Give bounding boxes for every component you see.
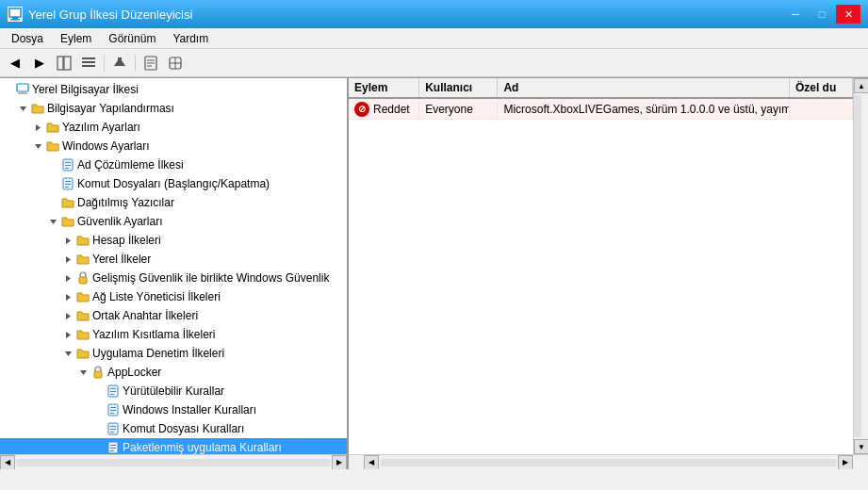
tree-item-yuru[interactable]: Yürütülebilir Kurallar — [0, 382, 347, 400]
tree-expand-ad — [45, 157, 60, 172]
toolbar-sep2 — [135, 55, 136, 72]
right-hscroll-left[interactable]: ◀ — [364, 455, 379, 470]
svg-rect-7 — [82, 65, 95, 67]
tree-item-ad[interactable]: Ad Çözümleme İlkesi — [0, 155, 347, 174]
menu-yardim[interactable]: Yardım — [165, 30, 216, 47]
maximize-button[interactable]: □ — [810, 5, 834, 24]
close-button[interactable]: ✕ — [836, 5, 860, 24]
tree-expand-hesap[interactable] — [60, 233, 75, 248]
tree-expand-uygulama[interactable] — [60, 346, 75, 361]
tree-item-bilgisayar[interactable]: Bilgisayar Yapılandırması — [0, 99, 347, 118]
minimize-button[interactable]: ─ — [783, 5, 808, 24]
show-hide-tree-button[interactable] — [53, 52, 75, 74]
help-button[interactable] — [164, 52, 187, 74]
svg-rect-48 — [110, 410, 116, 411]
svg-marker-33 — [66, 256, 71, 263]
svg-rect-19 — [18, 93, 27, 95]
tree-item-windows[interactable]: Windows Ayarları — [0, 137, 347, 155]
right-hscroll[interactable]: ◀ ▶ — [349, 454, 868, 469]
tree-item-wininstaller[interactable]: Windows Installer Kuralları — [0, 400, 347, 419]
vscroll-up[interactable]: ▲ — [854, 78, 868, 93]
tree-scroll-area[interactable]: Yerel Bilgisayar İlkesiBilgisayar Yapıla… — [0, 78, 347, 454]
right-vscroll[interactable]: ▲ ▼ — [853, 78, 868, 454]
tree-label-komut: Komut Dosyaları (Başlangıç/Kapatma) — [77, 177, 270, 190]
tree-item-ag[interactable]: Ağ Liste Yöneticisi İlkeleri — [0, 287, 347, 306]
tree-label-windows: Windows Ayarları — [62, 139, 149, 153]
svg-rect-30 — [65, 187, 69, 188]
tree-item-root[interactable]: Yerel Bilgisayar İlkesi — [0, 80, 347, 99]
svg-rect-1 — [12, 17, 18, 19]
table-header: Eylem Kullanıcı Ad Özel du — [349, 78, 853, 99]
svg-rect-41 — [94, 371, 102, 378]
tree-label-wininstaller: Windows Installer Kuralları — [123, 403, 256, 416]
tree-expand-yerel[interactable] — [60, 252, 75, 267]
svg-marker-38 — [66, 332, 71, 338]
tree-item-yazilimkis[interactable]: Yazılım Kısıtlama İlkeleri — [0, 325, 347, 344]
svg-rect-18 — [20, 91, 25, 93]
table-row[interactable]: ⊘ Reddet Everyone Microsoft.XboxLIVEGame… — [349, 99, 853, 120]
forward-button[interactable]: ▶ — [28, 52, 51, 74]
tree-expand-paket — [90, 440, 106, 454]
hscroll-track[interactable] — [17, 459, 330, 466]
tree-icon-dagitim — [60, 195, 75, 210]
col-header-ozel[interactable]: Özel du — [790, 78, 853, 97]
svg-rect-5 — [82, 57, 95, 59]
right-hscroll-track[interactable] — [381, 459, 836, 466]
tree-expand-yazilimkis[interactable] — [60, 327, 75, 342]
tree-item-applocker[interactable]: AppLocker — [0, 363, 347, 382]
tree-label-yazilim: Yazılım Ayarları — [62, 121, 140, 134]
tree-item-paket[interactable]: Paketlenmiş uygulama Kuralları — [0, 438, 347, 454]
tree-item-uygulama[interactable]: Uygulama Denetim İlkeleri — [0, 344, 347, 363]
tree-expand-ortak[interactable] — [60, 308, 75, 323]
tree-expand-applocker[interactable] — [75, 365, 90, 380]
col-header-ad[interactable]: Ad — [498, 78, 789, 97]
hscroll-left[interactable]: ◀ — [0, 455, 15, 470]
svg-rect-17 — [17, 84, 28, 91]
tree-item-yazilim[interactable]: Yazılım Ayarları — [0, 118, 347, 137]
tree-item-dagitim[interactable]: Dağıtılmış Yazıcılar — [0, 193, 347, 212]
svg-marker-40 — [80, 370, 87, 375]
svg-rect-26 — [65, 168, 69, 169]
tree-expand-windows[interactable] — [30, 139, 45, 154]
properties-button[interactable] — [139, 52, 162, 74]
svg-marker-36 — [66, 294, 71, 301]
right-hscroll-right[interactable]: ▶ — [838, 455, 853, 470]
tree-icon-guvenlik — [60, 214, 75, 229]
vscroll-down[interactable]: ▼ — [854, 439, 868, 454]
tree-item-komut[interactable]: Komut Dosyaları (Başlangıç/Kapatma) — [0, 174, 347, 193]
tree-icon-hesap — [75, 233, 90, 248]
tree-label-applocker: AppLocker — [107, 366, 161, 379]
vscroll-track[interactable] — [854, 95, 861, 437]
tree-hscroll[interactable]: ◀ ▶ — [0, 454, 347, 469]
menu-gorunum[interactable]: Görünüm — [101, 30, 163, 47]
col-header-eylem[interactable]: Eylem — [349, 78, 419, 97]
tree-expand-ag[interactable] — [60, 289, 75, 304]
view-button[interactable] — [77, 52, 100, 74]
tree-expand-yazilim[interactable] — [30, 120, 45, 135]
hscroll-right[interactable]: ▶ — [332, 455, 347, 470]
svg-rect-25 — [65, 165, 71, 166]
svg-marker-21 — [36, 124, 41, 131]
tree-item-gelismis[interactable]: Gelişmiş Güvenlik ile birlikte Windows G… — [0, 269, 347, 287]
tree-item-komutdos[interactable]: Komut Dosyası Kuralları — [0, 419, 347, 438]
svg-rect-28 — [65, 181, 71, 182]
svg-rect-51 — [110, 426, 116, 427]
tree-label-ortak: Ortak Anahtar İlkeleri — [92, 309, 198, 322]
tree-item-hesap[interactable]: Hesap İlkeleri — [0, 231, 347, 250]
tree-expand-bilgisayar[interactable] — [15, 101, 30, 116]
menu-dosya[interactable]: Dosya — [4, 30, 51, 47]
tree-icon-uygulama — [75, 346, 90, 361]
back-button[interactable]: ◀ — [4, 52, 26, 74]
cell-kullanici: Everyone — [419, 99, 498, 119]
tree-expand-guvenlik[interactable] — [45, 214, 60, 229]
svg-rect-29 — [65, 184, 71, 185]
up-button[interactable] — [108, 52, 131, 74]
tree-item-guvenlik[interactable]: Güvenlik Ayarları — [0, 212, 347, 231]
tree-item-ortak[interactable]: Ortak Anahtar İlkeleri — [0, 306, 347, 325]
tree-label-yerel: Yerel İlkeler — [92, 253, 151, 266]
tree-icon-ag — [75, 289, 90, 304]
menu-eylem[interactable]: Eylem — [53, 30, 99, 47]
tree-item-yerel[interactable]: Yerel İlkeler — [0, 250, 347, 269]
tree-expand-gelismis[interactable] — [60, 270, 75, 286]
col-header-kullanici[interactable]: Kullanıcı — [419, 78, 498, 97]
